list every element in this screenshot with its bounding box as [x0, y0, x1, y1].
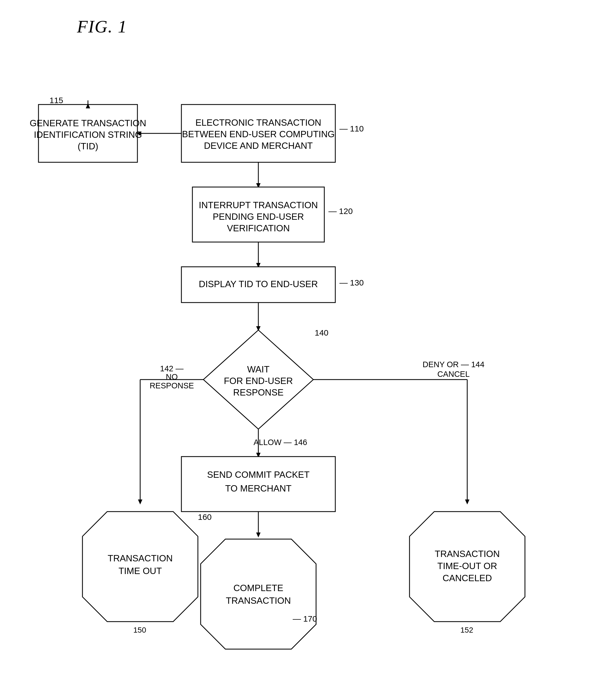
svg-marker-43	[256, 532, 261, 538]
svg-text:DISPLAY TID TO END-USER: DISPLAY TID TO END-USER	[199, 279, 318, 289]
svg-text:— 130: — 130	[339, 278, 364, 287]
figure-title: FIG. 1	[77, 17, 127, 37]
svg-text:— 170: — 170	[293, 614, 317, 623]
svg-text:TRANSACTIONTIME-OUT ORCANCELED: TRANSACTIONTIME-OUT ORCANCELED	[435, 549, 500, 583]
svg-text:— 110: — 110	[339, 124, 364, 133]
svg-text:152: 152	[461, 626, 473, 634]
svg-text:140: 140	[315, 328, 329, 337]
svg-text:160: 160	[198, 512, 212, 522]
svg-text:ELECTRONIC TRANSACTIONBETWEEN : ELECTRONIC TRANSACTIONBETWEEN END-USER C…	[182, 118, 335, 151]
svg-text:ALLOW — 146: ALLOW — 146	[254, 438, 307, 447]
svg-text:DENY OR — 144: DENY OR — 144	[422, 360, 484, 369]
svg-text:115: 115	[50, 96, 63, 105]
svg-text:150: 150	[133, 626, 146, 634]
svg-marker-50	[201, 539, 316, 649]
svg-text:RESPONSE: RESPONSE	[150, 381, 194, 390]
svg-text:NO: NO	[166, 372, 178, 381]
svg-marker-33	[465, 499, 469, 504]
svg-text:CANCEL: CANCEL	[437, 370, 470, 378]
flowchart-diagram: text { font-family: Arial, Helvetica, sa…	[22, 50, 588, 693]
svg-text:— 120: — 120	[329, 206, 352, 216]
svg-marker-27	[138, 499, 142, 504]
svg-text:142 —: 142 —	[160, 364, 183, 373]
